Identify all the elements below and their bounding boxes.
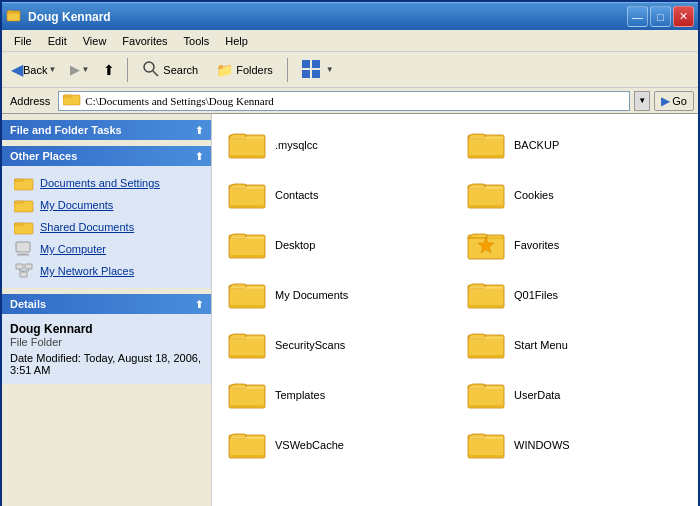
details-label: Details (10, 298, 46, 310)
folder-icon-wrapper (466, 377, 506, 413)
title-bar-left: Doug Kennard (6, 7, 111, 26)
forward-button[interactable]: ▶ ▼ (65, 58, 94, 81)
svg-rect-57 (469, 405, 503, 407)
svg-point-1 (144, 62, 154, 72)
file-name: Start Menu (514, 339, 568, 351)
file-item[interactable]: WINDOWS (459, 422, 690, 468)
place-my-documents[interactable]: My Documents (10, 194, 203, 216)
separator-2 (287, 58, 288, 82)
main-content: File and Folder Tasks ⬆ Other Places ⬆ (2, 114, 698, 506)
folder-icon (227, 427, 267, 461)
search-button[interactable]: Search (135, 56, 205, 84)
file-item[interactable]: Contacts (220, 172, 451, 218)
views-button[interactable]: ▼ (295, 56, 341, 84)
file-item[interactable]: Templates (220, 372, 451, 418)
menu-edit[interactable]: Edit (40, 33, 75, 49)
search-icon (142, 60, 160, 80)
menu-file[interactable]: File (6, 33, 40, 49)
file-name: VSWebCache (275, 439, 344, 451)
address-folder-icon (63, 92, 81, 109)
folder-icon (227, 227, 267, 261)
folder-icon-wrapper (227, 427, 267, 463)
menu-view[interactable]: View (75, 33, 115, 49)
file-item[interactable]: Favorites (459, 222, 690, 268)
folders-button[interactable]: 📁 Folders (209, 58, 280, 82)
close-button[interactable]: ✕ (673, 6, 694, 27)
other-places-section: Other Places ⬆ Documents and Settings (2, 146, 211, 288)
place-shared-documents[interactable]: Shared Documents (10, 216, 203, 238)
svg-rect-44 (469, 287, 503, 289)
details-header[interactable]: Details ⬆ (2, 294, 211, 314)
go-label: Go (672, 95, 687, 107)
place-my-computer[interactable]: My Computer (10, 238, 203, 260)
file-item[interactable]: Q01Files (459, 272, 690, 318)
left-panel: File and Folder Tasks ⬆ Other Places ⬆ (2, 114, 212, 506)
place-label: My Network Places (40, 265, 134, 277)
back-icon: ◀ (11, 60, 23, 79)
place-my-network-places[interactable]: My Network Places (10, 260, 203, 282)
file-tasks-collapse-icon: ⬆ (195, 125, 203, 136)
svg-rect-33 (469, 205, 503, 207)
back-button[interactable]: ◀ Back ▼ (6, 56, 61, 83)
file-name: Desktop (275, 239, 315, 251)
file-grid-panel: .mysqlcc BACKUP Contacts Cookies (212, 114, 698, 506)
svg-rect-12 (19, 252, 27, 254)
svg-rect-36 (230, 255, 264, 257)
views-icon (302, 60, 322, 80)
address-dropdown[interactable]: ▼ (634, 91, 650, 111)
svg-rect-45 (469, 305, 503, 307)
file-name: UserData (514, 389, 560, 401)
other-places-label: Other Places (10, 150, 77, 162)
svg-rect-3 (302, 60, 310, 68)
svg-rect-5 (302, 70, 310, 78)
place-documents-and-settings[interactable]: Documents and Settings (10, 172, 203, 194)
folder-icon-wrapper (466, 427, 506, 463)
svg-rect-0 (7, 11, 20, 21)
details-section: Details ⬆ Doug Kennard File Folder Date … (2, 294, 211, 384)
file-item[interactable]: Desktop (220, 222, 451, 268)
toolbar: ◀ Back ▼ ▶ ▼ ⬆ Search 📁 Folders (2, 52, 698, 88)
folder-icon-wrapper (227, 227, 267, 263)
maximize-button[interactable]: □ (650, 6, 671, 27)
folder-icon (466, 327, 506, 361)
file-name: Templates (275, 389, 325, 401)
file-item[interactable]: My Documents (220, 272, 451, 318)
file-name: Contacts (275, 189, 318, 201)
folder-icon (227, 177, 267, 211)
file-tasks-header[interactable]: File and Folder Tasks ⬆ (2, 120, 211, 140)
menu-bar: File Edit View Favorites Tools Help (2, 30, 698, 52)
svg-rect-54 (230, 405, 264, 407)
file-item[interactable]: BACKUP (459, 122, 690, 168)
minimize-button[interactable]: — (627, 6, 648, 27)
address-input[interactable] (85, 95, 625, 107)
file-item[interactable]: UserData (459, 372, 690, 418)
file-item[interactable]: VSWebCache (220, 422, 451, 468)
menu-favorites[interactable]: Favorites (114, 33, 175, 49)
separator-1 (127, 58, 128, 82)
up-button[interactable]: ⬆ (98, 58, 120, 82)
go-arrow-icon: ▶ (661, 94, 670, 108)
file-item[interactable]: Cookies (459, 172, 690, 218)
menu-help[interactable]: Help (217, 33, 256, 49)
file-item[interactable]: SecurityScans (220, 322, 451, 368)
menu-tools[interactable]: Tools (176, 33, 218, 49)
folder-icon-wrapper (466, 327, 506, 363)
svg-rect-11 (16, 242, 30, 252)
svg-rect-32 (469, 187, 503, 189)
file-item[interactable]: .mysqlcc (220, 122, 451, 168)
go-button[interactable]: ▶ Go (654, 91, 694, 111)
address-input-wrapper[interactable] (58, 91, 630, 111)
other-places-header[interactable]: Other Places ⬆ (2, 146, 211, 166)
place-label: Shared Documents (40, 221, 134, 233)
folder-icon (227, 327, 267, 361)
folder-icon (466, 177, 506, 211)
file-name: BACKUP (514, 139, 559, 151)
folder-icon-wrapper (227, 327, 267, 363)
title-bar: Doug Kennard — □ ✕ (2, 2, 698, 30)
svg-rect-53 (230, 387, 264, 389)
file-tasks-label: File and Folder Tasks (10, 124, 122, 136)
address-bar: Address ▼ ▶ Go (2, 88, 698, 114)
folders-icon: 📁 (216, 62, 233, 78)
file-item[interactable]: Start Menu (459, 322, 690, 368)
svg-rect-51 (469, 355, 503, 357)
